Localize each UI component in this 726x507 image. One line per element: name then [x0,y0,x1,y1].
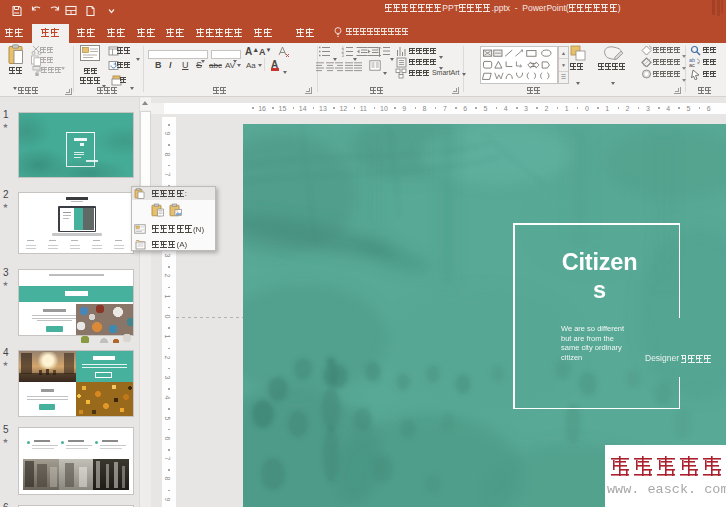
svg-text:ac: ac [689,62,695,67]
svg-text:3: 3 [342,53,345,57]
